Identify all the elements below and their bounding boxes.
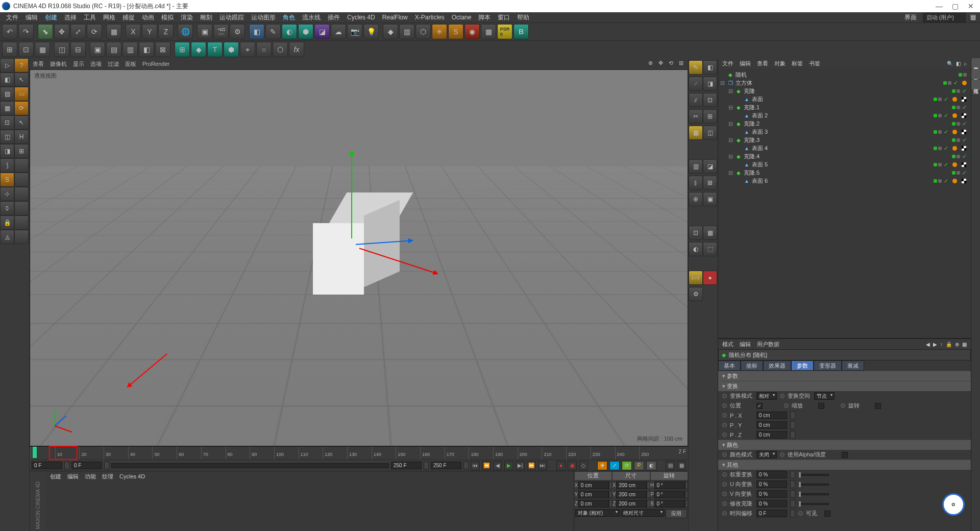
anim-dot[interactable]: [722, 423, 727, 427]
coord-size-field[interactable]: [616, 500, 647, 508]
rt-2a[interactable]: ⟋: [689, 77, 703, 91]
tag-icon[interactable]: [961, 129, 967, 135]
spinner-icon[interactable]: [790, 421, 795, 429]
vp-nav-icon-2[interactable]: ✥: [656, 60, 665, 68]
tree-row[interactable]: ▲表面 2✓: [719, 111, 970, 119]
attrtab-效果器[interactable]: 效果器: [763, 360, 791, 371]
menu-雕刻[interactable]: 雕刻: [197, 12, 215, 23]
lt-workplane[interactable]: ▦: [0, 101, 14, 115]
coord-pos-field[interactable]: [578, 500, 609, 508]
plugin-btn-1[interactable]: ◆: [383, 24, 398, 39]
attrhead-用户数据[interactable]: 用户数据: [757, 341, 779, 348]
minimize-button[interactable]: —: [936, 2, 943, 10]
rt-5a[interactable]: ▦: [689, 126, 703, 140]
object-name[interactable]: 表面: [752, 95, 766, 103]
clone-field[interactable]: [756, 500, 787, 508]
v-field[interactable]: [756, 490, 787, 498]
lt-btn-h[interactable]: [14, 201, 29, 215]
t2-btn-6[interactable]: ▣: [90, 42, 105, 57]
vp-nav-icon-4[interactable]: ⊞: [677, 60, 685, 68]
anim-dot[interactable]: [780, 394, 785, 398]
transform-mode-dropdown[interactable]: 相对: [756, 392, 777, 400]
side-tab-内容浏览器[interactable]: 内容浏览器: [971, 58, 980, 69]
recent-tool[interactable]: ▦: [106, 24, 121, 39]
coord-size-mode[interactable]: 绝对尺寸: [621, 509, 665, 517]
rt-1b[interactable]: ◧: [703, 60, 717, 75]
menu-运动跟踪[interactable]: 运动跟踪: [216, 12, 247, 23]
prev-frame-button[interactable]: ◀: [493, 461, 502, 470]
object-name[interactable]: 表面 6: [752, 177, 771, 185]
anim-dot[interactable]: [722, 403, 727, 408]
next-key-button[interactable]: ⏩: [527, 461, 536, 470]
rt-9b[interactable]: ▦: [703, 226, 717, 240]
axis-x-lock[interactable]: X: [126, 24, 141, 39]
tag-icon[interactable]: [961, 146, 967, 151]
rt-8a[interactable]: ⊕: [689, 192, 703, 206]
spinner-icon[interactable]: [104, 462, 109, 469]
om-icon-1[interactable]: 🔍: [947, 61, 953, 66]
menu-编辑[interactable]: 编辑: [22, 12, 41, 23]
object-name[interactable]: 克隆.3: [744, 136, 763, 144]
menu-文件[interactable]: 文件: [3, 12, 21, 23]
key-param-button[interactable]: P: [634, 461, 644, 470]
om-icon-2[interactable]: ◧: [956, 61, 961, 66]
octane-render-button[interactable]: ◉: [464, 24, 480, 39]
section-transform[interactable]: 变换: [718, 381, 971, 391]
coord-apply-button[interactable]: 应用: [666, 509, 687, 518]
mograph-btn-2[interactable]: ◆: [191, 42, 206, 57]
anim-dot[interactable]: [722, 482, 727, 487]
attr-up-icon[interactable]: ↑: [940, 342, 943, 347]
tag-icon[interactable]: [961, 162, 967, 167]
t2-btn-16[interactable]: ○: [256, 42, 272, 57]
section-params[interactable]: 参数: [718, 371, 971, 381]
attrtab-变形器[interactable]: 变形器: [814, 360, 842, 371]
play-forward-button[interactable]: ▶: [504, 461, 513, 470]
playhead-marker[interactable]: [33, 447, 37, 458]
menu-流水线[interactable]: 流水线: [299, 12, 324, 23]
spinner-icon[interactable]: [790, 471, 795, 478]
coord-system-button[interactable]: 🌐: [178, 24, 193, 39]
object-tree[interactable]: ◆随机⊟❐立方体✓⊟◆克隆✓▲表面✓⊟◆克隆.1✓▲表面 2✓⊟◆克隆.2✓▲表…: [718, 68, 971, 338]
menu-模拟[interactable]: 模拟: [158, 12, 177, 23]
move-tool[interactable]: ✥: [54, 24, 69, 39]
vpmenu-摄像机[interactable]: 摄像机: [50, 60, 67, 68]
lt-point-mode[interactable]: ⊡: [0, 115, 14, 130]
section-other[interactable]: 其他: [718, 460, 971, 470]
scale-checkbox[interactable]: [818, 403, 824, 409]
render-view-button[interactable]: ▣: [197, 24, 212, 39]
tree-row[interactable]: ⊟◆克隆.2✓: [719, 119, 970, 128]
t2-btn-1[interactable]: ⊞: [2, 42, 17, 57]
timeline-scrollbar[interactable]: [111, 463, 389, 468]
axis-y-lock[interactable]: Y: [142, 24, 157, 39]
rt-4a[interactable]: ✂: [689, 109, 703, 124]
tree-row[interactable]: ⊟◆克隆.4✓: [719, 152, 970, 160]
lt-brush[interactable]: ⟆: [0, 158, 14, 173]
spinner-icon[interactable]: [64, 462, 69, 469]
tree-row[interactable]: ▲表面✓: [719, 95, 970, 103]
anim-dot[interactable]: [841, 403, 845, 408]
t2-btn-2[interactable]: ⊡: [18, 42, 34, 57]
spinner-icon[interactable]: [790, 500, 795, 508]
rt-3b[interactable]: ⊡: [703, 93, 717, 107]
mattab-纹理[interactable]: 纹理: [102, 473, 113, 480]
menu-脚本[interactable]: 脚本: [475, 12, 494, 23]
key-pla-button[interactable]: ◐: [646, 461, 656, 470]
lt-help-icon[interactable]: ?: [14, 58, 29, 73]
menu-Cycles 4D[interactable]: Cycles 4D: [344, 13, 378, 22]
generator-button[interactable]: ⬢: [298, 24, 313, 39]
tag-icon[interactable]: [961, 178, 967, 184]
lt-axis-mode[interactable]: ⊹: [0, 187, 14, 201]
octane-settings-button[interactable]: ▦: [481, 24, 496, 39]
expand-icon[interactable]: ⊟: [727, 170, 733, 176]
lt-model-mode[interactable]: ◧: [0, 73, 14, 87]
interface-dropdown[interactable]: 启动 (用户): [923, 13, 966, 22]
current-frame-field[interactable]: [71, 462, 102, 469]
object-name[interactable]: 克隆.1: [744, 104, 763, 111]
rt-10a[interactable]: ◐: [689, 242, 703, 256]
timeline-ruler[interactable]: 0102030405060708090100110120130140150160…: [30, 446, 688, 460]
side-tab-对象[interactable]: 对象: [971, 69, 980, 80]
color-mode-dropdown[interactable]: 关闭: [756, 451, 777, 458]
menu-创建[interactable]: 创建: [42, 12, 60, 23]
alpha-checkbox[interactable]: [842, 452, 848, 458]
pz-field[interactable]: [756, 431, 787, 439]
